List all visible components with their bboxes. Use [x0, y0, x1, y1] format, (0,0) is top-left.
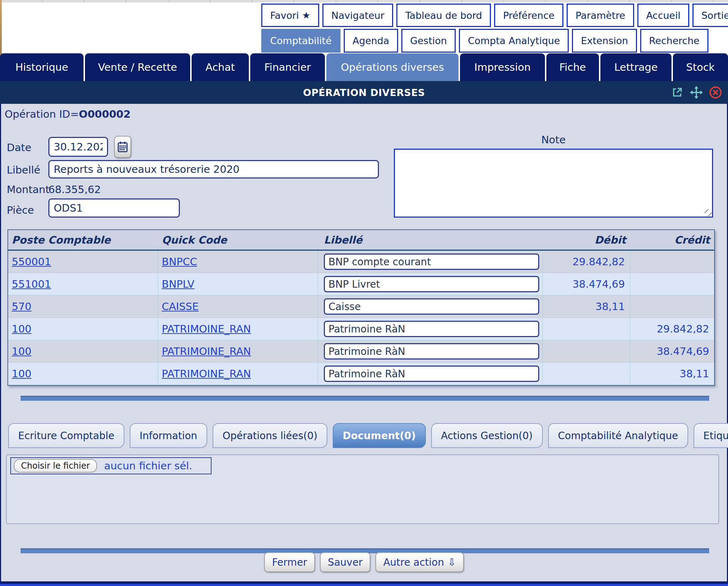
tab-stock[interactable]: Stock [673, 53, 728, 81]
note-label: Note [394, 134, 713, 146]
poste-link[interactable]: 570 [12, 300, 31, 313]
bottom-blue-strip [0, 584, 728, 586]
table-row-3-credit [630, 295, 714, 318]
choose-file-button[interactable]: Choisir le fichier [14, 459, 97, 473]
montant-label: Montant [7, 183, 49, 196]
table-row-3-debit: 38,11 [543, 295, 630, 318]
save-button[interactable]: Sauver [320, 552, 370, 572]
menu-agenda[interactable]: Agenda [344, 29, 398, 53]
calendar-button[interactable] [114, 136, 131, 158]
table-row-2-debit: 38.474,69 [543, 273, 630, 295]
menu-tableau-de-bord-label: Tableau de bord [405, 10, 482, 21]
tab-fiche[interactable]: Fiche [546, 53, 599, 81]
dialog-bottom-border [0, 581, 728, 584]
menu-gestion[interactable]: Gestion [401, 29, 456, 53]
poste-link[interactable]: 100 [12, 345, 31, 357]
table-row-6-quick-code: PATRIMOINE_RAN [158, 363, 318, 385]
app-screen: Favori ★ Navigateur Tableau de bord Préf… [0, 0, 728, 586]
libelle-label: Libellé [7, 164, 40, 176]
table-row-4-credit: 29.842,82 [630, 318, 714, 340]
main-menu-row-2: Comptabilité Agenda Gestion Compta Analy… [261, 29, 728, 53]
table-row-2-libelle [318, 273, 543, 295]
table-row-4-libelle [318, 318, 543, 340]
menu-compta-analytique[interactable]: Compta Analytique [459, 29, 569, 53]
quick-code-link[interactable]: CAISSE [162, 300, 199, 313]
row-libelle-input[interactable] [324, 343, 539, 359]
menu-parametre[interactable]: Paramètre [567, 4, 634, 27]
menu-agenda-label: Agenda [353, 35, 389, 46]
tab-comptabilite-analytique[interactable]: Comptabilité Analytique [548, 423, 688, 448]
tab-ecriture-comptable[interactable]: Ecriture Comptable [8, 423, 124, 448]
menu-comptabilite[interactable]: Comptabilité [261, 29, 341, 53]
tab-operations-liees[interactable]: Opérations liées(0) [213, 423, 327, 448]
menu-favori-label: Favori [270, 10, 299, 21]
close-icon[interactable] [709, 86, 722, 99]
poste-link[interactable]: 100 [12, 323, 31, 335]
menu-sortie[interactable]: Sortie ◈ [692, 4, 728, 27]
piece-input[interactable] [48, 198, 180, 218]
open-in-new-window-icon[interactable] [670, 86, 684, 99]
row-libelle-input[interactable] [324, 321, 539, 337]
menu-navigateur[interactable]: Navigateur [322, 4, 393, 27]
menu-recherche[interactable]: Recherche [640, 29, 708, 53]
row-libelle-input[interactable] [324, 276, 539, 292]
table-row-1-credit [630, 251, 714, 273]
tab-etiquette[interactable]: Etiquette [694, 423, 728, 448]
tab-lettrage[interactable]: Lettrage [600, 53, 671, 81]
table-row-6-libelle [318, 363, 543, 385]
entries-table: Poste Comptable Quick Code Libellé Débit… [7, 229, 715, 386]
poste-link[interactable]: 551001 [12, 278, 51, 290]
menu-comptabilite-label: Comptabilité [270, 35, 332, 46]
menu-gestion-label: Gestion [410, 35, 447, 46]
row-libelle-input[interactable] [324, 254, 539, 270]
poste-link[interactable]: 550001 [12, 256, 51, 268]
date-input[interactable] [48, 137, 108, 157]
dialog-titlebar-icons [670, 81, 722, 104]
poste-link[interactable]: 100 [12, 368, 31, 380]
table-row-5-quick-code: PATRIMOINE_RAN [158, 340, 318, 363]
tab-historique[interactable]: Historique [0, 53, 84, 81]
quick-code-link[interactable]: BNPLV [162, 278, 194, 290]
dialog-titlebar: OPÉRATION DIVERSES [0, 81, 728, 104]
libelle-input[interactable] [48, 160, 379, 179]
menu-parametre-label: Paramètre [576, 10, 625, 21]
quick-code-link[interactable]: PATRIMOINE_RAN [162, 345, 251, 357]
table-row-2-poste: 551001 [8, 273, 158, 295]
table-row-6-poste: 100 [8, 363, 158, 385]
main-menu: Favori ★ Navigateur Tableau de bord Préf… [261, 4, 728, 53]
main-menu-row-1: Favori ★ Navigateur Tableau de bord Préf… [261, 4, 728, 27]
tab-vente-recette[interactable]: Vente / Recette [85, 53, 190, 81]
note-textarea[interactable] [394, 149, 713, 218]
menu-tableau-de-bord[interactable]: Tableau de bord [396, 4, 491, 27]
column-header-libelle: Libellé [318, 230, 543, 251]
other-action-button[interactable]: Autre action ⇩ [375, 552, 464, 572]
table-row-4-quick-code: PATRIMOINE_RAN [158, 318, 318, 340]
arrow-down-icon: ⇩ [448, 556, 456, 568]
other-action-label: Autre action [383, 556, 444, 568]
tab-achat[interactable]: Achat [192, 53, 249, 81]
table-row-5-poste: 100 [8, 340, 158, 363]
table-row-3-quick-code: CAISSE [158, 295, 318, 318]
tab-impression[interactable]: Impression [460, 53, 545, 81]
menu-sortie-label: Sortie [701, 10, 728, 21]
tab-information[interactable]: Information [130, 423, 207, 448]
menu-favori[interactable]: Favori ★ [261, 4, 319, 27]
row-libelle-input[interactable] [324, 298, 539, 315]
quick-code-link[interactable]: PATRIMOINE_RAN [162, 323, 251, 335]
tab-operations-diverses[interactable]: Opérations diverses [326, 53, 459, 81]
move-icon[interactable] [690, 86, 703, 99]
quick-code-link[interactable]: BNPCC [162, 256, 197, 268]
tab-financier[interactable]: Financier [250, 53, 325, 81]
menu-accueil[interactable]: Accueil [637, 4, 689, 27]
file-input: Choisir le fichier aucun fichier sél. [10, 457, 212, 474]
tab-document[interactable]: Document(0) [333, 423, 426, 448]
table-row-3-libelle [318, 295, 543, 318]
row-libelle-input[interactable] [324, 366, 539, 382]
menu-extension[interactable]: Extension [572, 29, 637, 53]
operation-dialog: OPÉRATION DIVERSES Opération ID=O000002 … [0, 81, 728, 586]
close-button[interactable]: Fermer [264, 552, 315, 572]
table-row-5-debit [543, 340, 630, 363]
quick-code-link[interactable]: PATRIMOINE_RAN [162, 368, 251, 380]
tab-actions-gestion[interactable]: Actions Gestion(0) [431, 423, 543, 448]
menu-preference[interactable]: Préférence [494, 4, 563, 27]
